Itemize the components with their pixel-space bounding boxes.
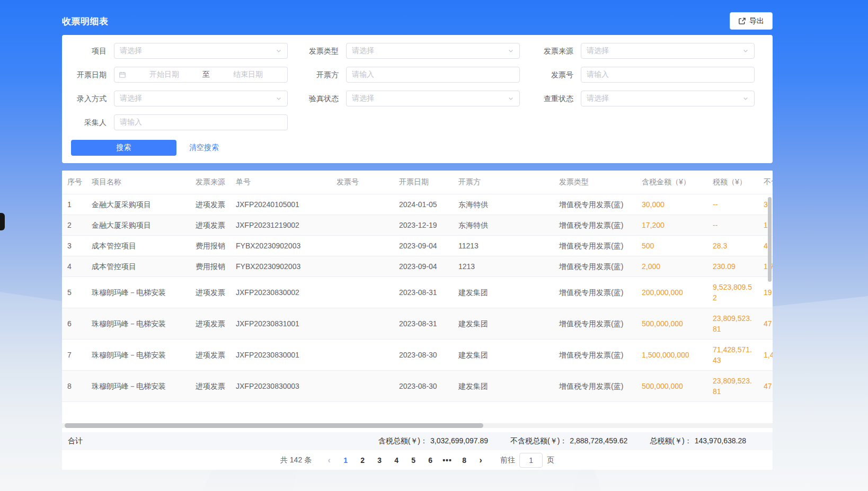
invoice-type-select[interactable]: 请选择 [346,43,520,59]
chevron-down-icon [742,95,749,102]
export-button[interactable]: 导出 [730,12,773,30]
field-label-duplicate-status: 查重状态 [529,91,581,106]
date-range-separator: 至 [199,70,213,79]
cell-project: 珠穆朗玛峰－电梯安装 [86,308,190,340]
cell-issuer: 11213 [453,236,554,256]
pagination-page-8[interactable]: 8 [456,453,473,468]
export-label: 导出 [749,16,764,26]
cell-invoice-no [331,215,394,236]
collector-input[interactable]: 请输入 [114,114,288,130]
cell-seq: 5 [62,277,86,308]
table-row[interactable]: 8珠穆朗玛峰－电梯安装进项发票JXFP202308300032023-08-30… [62,371,773,402]
field-label-invoice-source: 发票来源 [529,43,581,59]
page-jump-input[interactable] [519,453,543,468]
vertical-scrollbar[interactable] [768,197,772,451]
table-row[interactable]: 3成本管控项目费用报销FYBX202309020032023-09-041121… [62,236,773,256]
cell-date: 2023-08-31 [394,308,453,340]
summary-total-excl: 不含税总额(￥)：2,888,728,459.62 [510,436,627,446]
table-row[interactable]: 1金融大厦采购项目进项发票JXFP202401050012024-01-05东海… [62,194,773,215]
cell-date: 2023-09-04 [394,256,453,277]
project-select[interactable]: 请选择 [114,43,288,59]
cell-seq: 1 [62,194,86,215]
cell-type: 增值税专用发票(蓝) [554,256,636,277]
cell-type: 增值税专用发票(蓝) [554,194,636,215]
export-icon [738,17,746,25]
cell-project: 成本管控项目 [86,256,190,277]
search-button[interactable]: 搜索 [71,140,176,156]
pagination-page-4[interactable]: 4 [388,453,405,468]
summary-total-tax: 总税额(￥)：143,970,638.28 [650,436,746,446]
vertical-scrollbar-thumb[interactable] [768,197,772,282]
cell-issuer: 建发集团 [453,277,554,308]
horizontal-scrollbar[interactable] [62,423,773,428]
verify-status-select[interactable]: 请选择 [346,91,520,106]
cell-tax: -- [707,194,758,215]
pagination-prev-button[interactable]: ‹ [321,453,337,468]
pagination-next-button[interactable]: › [473,453,489,468]
table-row[interactable]: 2金融大厦采购项目进项发票JXFP202312190022023-12-19东海… [62,215,773,236]
cell-order-no: FYBX20230902003 [231,236,331,256]
cell-incl: 500,000,000 [636,371,707,402]
table-header-row: 序号 项目名称 发票来源 单号 发票号 开票日期 开票方 发票类型 含税金额（¥… [62,171,773,194]
invoice-number-input[interactable]: 请输入 [581,67,755,83]
issuer-input[interactable]: 请输入 [346,67,520,83]
field-label-collector: 采集人 [62,114,114,130]
field-label-entry-method: 录入方式 [62,91,114,106]
chevron-down-icon [276,48,282,54]
start-date-input[interactable]: 开始日期 [129,70,199,79]
cell-source: 进项发票 [190,277,231,308]
table-row[interactable]: 7珠穆朗玛峰－电梯安装进项发票JXFP202308300012023-08-30… [62,340,773,371]
cell-issuer: 东海特供 [453,194,554,215]
cell-project: 成本管控项目 [86,236,190,256]
col-amount-excl: 不含 [758,171,773,194]
invoice-date-range-picker[interactable]: 开始日期 至 结束日期 [114,67,288,83]
horizontal-scrollbar-thumb[interactable] [65,423,483,428]
field-label-project: 项目 [62,43,114,59]
pagination-page-2[interactable]: 2 [354,453,371,468]
summary-row: 合计 含税总额(￥)：3,032,699,097.89 不含税总额(￥)：2,8… [62,432,773,450]
pagination: 共 142 条 ‹ 123456•••8 › 前往 页 [62,450,773,470]
cell-incl: 17,200 [636,215,707,236]
table-row[interactable]: 4成本管控项目费用报销FYBX202309020032023-09-041213… [62,256,773,277]
table-row[interactable]: 6珠穆朗玛峰－电梯安装进项发票JXFP202308310012023-08-31… [62,308,773,340]
cell-date: 2023-08-30 [394,340,453,371]
field-label-invoice-number: 发票号 [529,67,581,83]
cell-incl: 30,000 [636,194,707,215]
cell-source: 费用报销 [190,236,231,256]
cell-incl: 500,000,000 [636,308,707,340]
pagination-ellipsis[interactable]: ••• [439,453,456,468]
cell-date: 2024-01-05 [394,194,453,215]
duplicate-status-select[interactable]: 请选择 [581,91,755,106]
pagination-goto-label: 前往 [500,456,515,465]
pagination-page-1[interactable]: 1 [337,453,354,468]
pagination-page-6[interactable]: 6 [422,453,439,468]
table-row[interactable]: 5珠穆朗玛峰－电梯安装进项发票JXFP202308300022023-08-31… [62,277,773,308]
pagination-page-5[interactable]: 5 [405,453,422,468]
cell-invoice-no [331,340,394,371]
cell-invoice-no [331,236,394,256]
cell-project: 珠穆朗玛峰－电梯安装 [86,371,190,402]
cell-incl: 2,000 [636,256,707,277]
col-order-no: 单号 [231,171,331,194]
end-date-input[interactable]: 结束日期 [213,70,283,79]
cell-issuer: 建发集团 [453,371,554,402]
chevron-down-icon [276,95,282,102]
clear-search-link[interactable]: 清空搜索 [189,143,219,153]
side-drawer-handle[interactable] [0,213,5,230]
cell-project: 珠穆朗玛峰－电梯安装 [86,277,190,308]
pagination-total: 共 142 条 [280,456,312,465]
pagination-page-3[interactable]: 3 [371,453,388,468]
cell-invoice-no [331,256,394,277]
page-title: 收票明细表 [62,15,109,28]
invoice-source-select[interactable]: 请选择 [581,43,755,59]
cell-project: 珠穆朗玛峰－电梯安装 [86,340,190,371]
cell-type: 增值税专用发票(蓝) [554,371,636,402]
table-panel: 序号 项目名称 发票来源 单号 发票号 开票日期 开票方 发票类型 含税金额（¥… [62,171,773,470]
cell-seq: 2 [62,215,86,236]
cell-invoice-no [331,308,394,340]
summary-totals: 含税总额(￥)：3,032,699,097.89 不含税总额(￥)：2,888,… [378,436,773,446]
cell-incl: 200,000,000 [636,277,707,308]
cell-invoice-no [331,371,394,402]
cell-tax: 71,428,571.43 [707,340,758,371]
entry-method-select[interactable]: 请选择 [114,91,288,106]
